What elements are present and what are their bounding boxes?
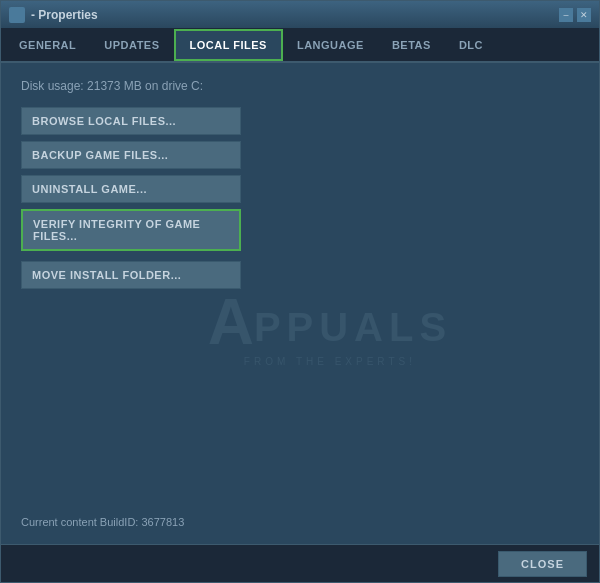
watermark-text: PPUALS: [254, 303, 452, 353]
tab-dlc[interactable]: DLC: [445, 29, 497, 61]
properties-window: - Properties – ✕ GENERAL UPDATES LOCAL F…: [0, 0, 600, 583]
tab-updates[interactable]: UPDATES: [90, 29, 173, 61]
watermark: A PPUALS FROM THE EXPERTS!: [208, 289, 452, 366]
close-button[interactable]: CLOSE: [498, 551, 587, 577]
app-icon: [9, 7, 25, 23]
title-bar-left: - Properties: [9, 7, 98, 23]
build-id-label: Current content BuildID: 3677813: [21, 516, 184, 528]
browse-local-files-button[interactable]: BROWSE LOCAL FILES...: [21, 107, 241, 135]
uninstall-game-button[interactable]: UNINSTALL GAME...: [21, 175, 241, 203]
tab-local-files[interactable]: LOCAL FILES: [174, 29, 283, 61]
watermark-subtitle: FROM THE EXPERTS!: [208, 355, 452, 366]
disk-usage-label: Disk usage: 21373 MB on drive C:: [21, 79, 579, 93]
minimize-button[interactable]: –: [559, 8, 573, 22]
watermark-letter: A: [208, 289, 254, 353]
backup-game-files-button[interactable]: BACKUP GAME FILES...: [21, 141, 241, 169]
tab-language[interactable]: LANGUAGE: [283, 29, 378, 61]
footer: CLOSE: [1, 544, 599, 582]
close-window-button[interactable]: ✕: [577, 8, 591, 22]
tab-betas[interactable]: BETAS: [378, 29, 445, 61]
move-install-folder-button[interactable]: MOVE INSTALL FOLDER...: [21, 261, 241, 289]
verify-integrity-wrapper: VERIFY INTEGRITY OF GAME FILES...: [21, 209, 241, 251]
title-bar-controls: – ✕: [559, 8, 591, 22]
tabs-bar: GENERAL UPDATES LOCAL FILES LANGUAGE BET…: [1, 29, 599, 63]
content-area: Disk usage: 21373 MB on drive C: BROWSE …: [1, 63, 599, 544]
window-title: - Properties: [31, 8, 98, 22]
title-bar: - Properties – ✕: [1, 1, 599, 29]
tab-general[interactable]: GENERAL: [5, 29, 90, 61]
verify-integrity-button[interactable]: VERIFY INTEGRITY OF GAME FILES...: [23, 211, 239, 249]
